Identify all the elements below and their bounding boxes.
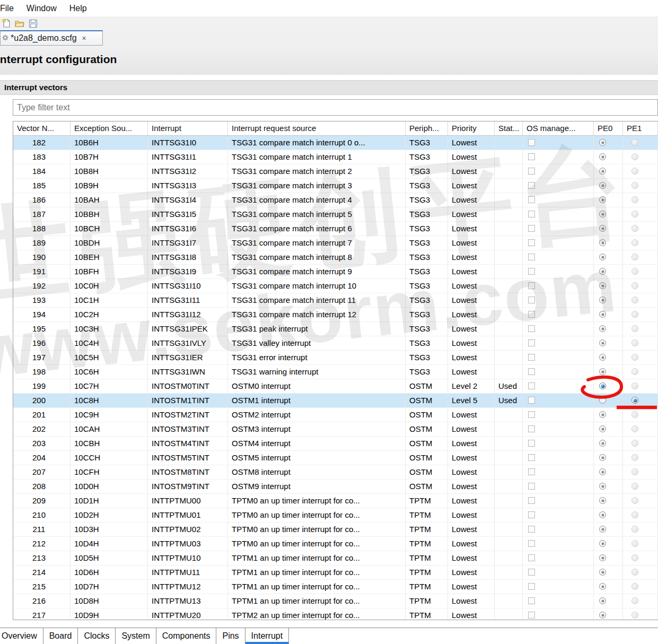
- table-row[interactable]: 21110D3HINTTPTMU02TPTM0 an up timer inte…: [13, 523, 658, 537]
- pe0-radio[interactable]: [599, 597, 606, 604]
- pe0-radio[interactable]: [599, 268, 606, 275]
- tab-system[interactable]: System: [116, 628, 156, 644]
- pe0-radio[interactable]: [599, 239, 606, 246]
- pe1-radio[interactable]: [631, 282, 638, 289]
- os-managed-checkbox[interactable]: [528, 511, 535, 518]
- column-header[interactable]: OS manage...: [523, 121, 594, 135]
- os-managed-checkbox[interactable]: [528, 583, 535, 590]
- pe0-radio[interactable]: [599, 554, 606, 561]
- table-row[interactable]: 19610C4HINTTSG31IVLYTSG31 valley interru…: [13, 336, 658, 351]
- os-managed-checkbox[interactable]: [528, 153, 535, 160]
- column-header[interactable]: Priority: [448, 121, 495, 135]
- new-file-icon[interactable]: [1, 18, 12, 29]
- pe0-radio[interactable]: [599, 325, 606, 332]
- menu-window[interactable]: Window: [27, 4, 57, 13]
- pe0-radio[interactable]: [599, 382, 606, 389]
- table-row[interactable]: 21310D5HINTTPTMU10TPTM1 an up timer inte…: [13, 551, 658, 565]
- pe0-radio[interactable]: [599, 468, 606, 475]
- pe1-radio[interactable]: [631, 268, 638, 275]
- table-row[interactable]: 21410D6HINTTPTMU11TPTM1 an up timer inte…: [13, 565, 658, 580]
- table-row[interactable]: 20710CFHINTOSTM8TINTOSTM8 interruptOSTML…: [13, 465, 658, 480]
- pe1-radio[interactable]: [631, 612, 638, 619]
- table-row[interactable]: 19010BEHINTTSG31I8TSG31 compare match in…: [13, 250, 658, 265]
- table-row[interactable]: 19210C0HINTTSG31I10TSG31 compare match i…: [13, 279, 658, 293]
- pe0-radio[interactable]: [599, 397, 606, 404]
- pe0-radio[interactable]: [599, 425, 606, 432]
- pe0-radio[interactable]: [599, 254, 606, 260]
- pe1-radio[interactable]: [631, 196, 638, 203]
- os-managed-checkbox[interactable]: [528, 569, 535, 576]
- column-header[interactable]: Interrupt request source: [228, 121, 406, 135]
- pe0-radio[interactable]: [599, 168, 606, 175]
- column-header[interactable]: Vector N...: [13, 121, 71, 135]
- os-managed-checkbox[interactable]: [528, 411, 535, 418]
- table-row[interactable]: 20410CCHINTOSTM5TINTOSTM5 interruptOSTML…: [13, 451, 658, 465]
- pe0-radio[interactable]: [599, 311, 606, 318]
- os-managed-checkbox[interactable]: [528, 554, 535, 561]
- save-icon[interactable]: [27, 18, 39, 29]
- table-row[interactable]: 18710BBHINTTSG31I5TSG31 compare match in…: [13, 207, 658, 222]
- pe0-radio[interactable]: [599, 612, 606, 619]
- os-managed-checkbox[interactable]: [528, 182, 535, 189]
- pe1-radio[interactable]: [631, 540, 638, 547]
- tab-overview[interactable]: Overview: [0, 628, 43, 644]
- pe1-radio[interactable]: [631, 311, 638, 318]
- pe0-radio[interactable]: [599, 211, 606, 217]
- pe0-radio[interactable]: [599, 340, 606, 346]
- column-header[interactable]: Interrupt: [148, 121, 228, 135]
- pe1-radio[interactable]: [631, 597, 638, 604]
- pe1-radio[interactable]: [631, 368, 638, 375]
- tab-clocks[interactable]: Clocks: [78, 628, 116, 644]
- table-row[interactable]: 19110BFHINTTSG31I9TSG31 compare match in…: [13, 265, 658, 279]
- os-managed-checkbox[interactable]: [528, 211, 535, 217]
- table-row[interactable]: 18810BCHINTTSG31I6TSG31 compare match in…: [13, 222, 658, 236]
- table-row[interactable]: 20010C8HINTOSTM1TINTOSTM1 interruptOSTML…: [13, 394, 658, 408]
- table-row[interactable]: 20810D0HINTOSTM9TINTOSTM9 interruptOSTML…: [13, 480, 658, 494]
- pe0-radio[interactable]: [599, 540, 606, 547]
- pe0-radio[interactable]: [599, 282, 606, 289]
- os-managed-checkbox[interactable]: [528, 196, 535, 203]
- table-row[interactable]: 18410B8HINTTSG31I2TSG31 compare match in…: [13, 164, 658, 179]
- open-folder-icon[interactable]: [14, 18, 25, 29]
- table-row[interactable]: 20910D1HINTTPTMU00TPTM0 an up timer inte…: [13, 494, 658, 508]
- os-managed-checkbox[interactable]: [528, 612, 535, 619]
- table-row[interactable]: 20110C9HINTOSTM2TINTOSTM2 interruptOSTML…: [13, 408, 658, 422]
- pe0-radio[interactable]: [599, 182, 606, 189]
- table-row[interactable]: 18910BDHINTTSG31I7TSG31 compare match in…: [13, 236, 658, 250]
- pe0-radio[interactable]: [599, 454, 606, 461]
- table-row[interactable]: 18510B9HINTTSG31I3TSG31 compare match in…: [13, 179, 658, 193]
- pe1-radio[interactable]: [631, 354, 638, 361]
- pe1-radio[interactable]: [631, 168, 638, 175]
- os-managed-checkbox[interactable]: [528, 239, 535, 246]
- pe1-radio[interactable]: [631, 139, 638, 146]
- pe0-radio[interactable]: [599, 526, 606, 533]
- os-managed-checkbox[interactable]: [528, 354, 535, 361]
- os-managed-checkbox[interactable]: [528, 382, 535, 389]
- column-header[interactable]: PE1: [623, 121, 658, 135]
- os-managed-checkbox[interactable]: [528, 368, 535, 375]
- pe1-radio[interactable]: [631, 554, 638, 561]
- pe1-radio[interactable]: [631, 497, 638, 504]
- menu-file[interactable]: File: [0, 4, 14, 13]
- pe1-radio[interactable]: [631, 583, 638, 590]
- pe0-radio[interactable]: [599, 483, 606, 490]
- table-row[interactable]: 21610D8HINTTPTMU13TPTM1 an up timer inte…: [13, 594, 658, 608]
- column-header[interactable]: PE0: [594, 121, 623, 135]
- pe1-radio[interactable]: [631, 325, 638, 332]
- pe0-radio[interactable]: [599, 297, 606, 303]
- pe1-radio[interactable]: [631, 254, 638, 260]
- os-managed-checkbox[interactable]: [528, 139, 535, 146]
- pe1-radio[interactable]: [631, 397, 638, 404]
- pe1-radio[interactable]: [631, 182, 638, 189]
- os-managed-checkbox[interactable]: [528, 497, 535, 504]
- pe0-radio[interactable]: [599, 440, 606, 447]
- pe1-radio[interactable]: [631, 297, 638, 303]
- pe0-radio[interactable]: [599, 368, 606, 375]
- os-managed-checkbox[interactable]: [528, 483, 535, 490]
- table-row[interactable]: 18310B7HINTTSG31I1TSG31 compare match in…: [13, 150, 658, 164]
- table-row[interactable]: 18610BAHINTTSG31I4TSG31 compare match in…: [13, 193, 658, 207]
- os-managed-checkbox[interactable]: [528, 397, 535, 404]
- os-managed-checkbox[interactable]: [528, 540, 535, 547]
- pe1-radio[interactable]: [631, 483, 638, 490]
- os-managed-checkbox[interactable]: [528, 225, 535, 232]
